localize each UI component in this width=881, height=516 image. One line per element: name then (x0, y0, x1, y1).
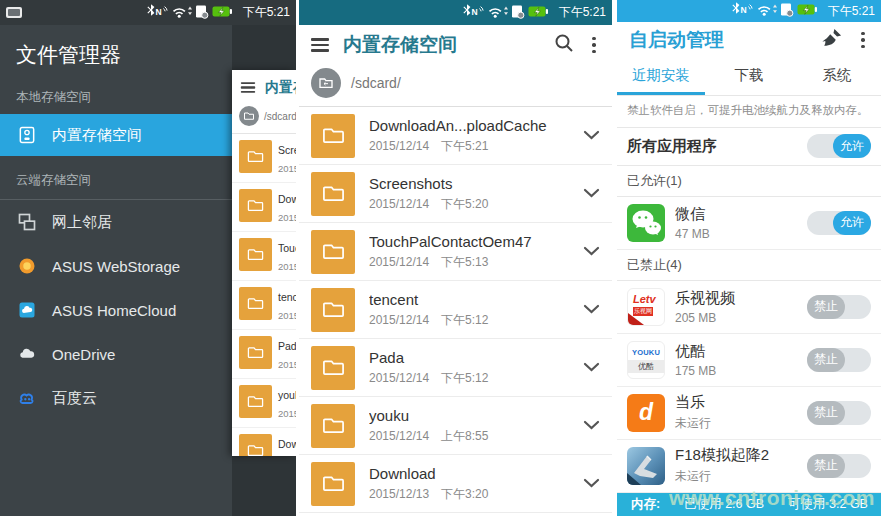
drawer-item-asus-webstorage[interactable]: ASUS WebStorage (0, 244, 232, 288)
nfc-icon: N (740, 5, 746, 15)
asus-webstorage-icon (16, 255, 38, 277)
folder-row[interactable]: DownloadAn...ploadCache 2015/12/14下午5:21 (299, 107, 612, 165)
app-detail: 未运行 (675, 468, 797, 485)
status-time: 下午5:21 (559, 4, 606, 21)
wifi-icon (758, 7, 769, 16)
sdcard-status-icon (512, 5, 524, 18)
app-toggle[interactable]: 禁止 (807, 348, 871, 372)
sdcard-status-icon (196, 5, 208, 18)
breadcrumb: /sdcard/ (299, 65, 612, 107)
tab-bar: 近期安装下载系统 (617, 58, 881, 96)
search-icon[interactable] (554, 33, 574, 57)
cloud-storage-section-label: 云端存储空间 (0, 166, 232, 197)
app-row: Letv乐视网 乐视视频 205 MB 禁止 (617, 281, 881, 334)
folder-icon (239, 189, 272, 222)
folder-name: youku (278, 389, 296, 401)
dangle-icon: d (627, 394, 665, 432)
drawer-item-label: OneDrive (52, 346, 115, 363)
sdcard-status-icon (781, 4, 793, 17)
folder-name: Pada (369, 349, 583, 366)
status-icons: N (459, 3, 555, 23)
app-row: 微信 47 MB 允许 (617, 197, 881, 250)
bluetooth-icon (463, 4, 470, 16)
page-title: 内置存储空间 (343, 32, 540, 58)
menu-icon[interactable] (311, 38, 329, 51)
chevron-down-icon[interactable] (583, 301, 600, 319)
folder-icon (239, 140, 272, 173)
memory-label: 内存: (631, 496, 660, 513)
folder-icon (311, 346, 355, 390)
chevron-down-icon[interactable] (583, 185, 600, 203)
folder-date: 2015/12/14下午5:21 (369, 138, 583, 155)
drawer-item-internal-storage[interactable]: 内置存储空间 (0, 114, 232, 156)
menu-icon[interactable] (241, 83, 255, 94)
folder-icon (311, 404, 355, 448)
overflow-menu-icon[interactable] (857, 30, 869, 51)
tab-下载[interactable]: 下载 (705, 58, 793, 95)
folder-icon (311, 172, 355, 216)
chevron-down-icon[interactable] (583, 359, 600, 377)
traffic-down-icon (188, 12, 192, 15)
folder-date: 2015/12/14下午5:20 (369, 196, 583, 213)
onedrive-icon (17, 344, 37, 364)
traffic-up-icon (188, 6, 192, 9)
wechat-icon (627, 204, 665, 242)
tab-近期安装[interactable]: 近期安装 (617, 58, 705, 95)
drawer-item-label: 百度云 (52, 389, 97, 408)
drawer-item-baidu-cloud[interactable]: 百度云 (0, 376, 232, 420)
peek-folder-row[interactable]: youku 2015/12/14 (232, 379, 296, 428)
peek-folder-row[interactable]: Download 2015/12/14 (232, 183, 296, 232)
screenshot-collage: N 下午5:21 文件管理器 本地存储空间 内置存储空间 云端存储空间 网上邻居… (0, 0, 881, 516)
peek-folder-row[interactable]: Download 2015/12/13 (232, 428, 296, 456)
all-apps-toggle[interactable]: 允许 (807, 134, 871, 158)
drawer-item-network-places[interactable]: 网上邻居 (0, 200, 232, 244)
chevron-down-icon[interactable] (583, 475, 600, 493)
chevron-down-icon[interactable] (583, 127, 600, 145)
folder-row[interactable]: Screenshots 2015/12/14下午5:20 (299, 165, 612, 223)
asus-homecloud-icon (16, 299, 38, 321)
folder-name: tencent (369, 291, 583, 308)
allowed-apps-list: 微信 47 MB 允许 (617, 197, 881, 250)
onedrive-icon (16, 343, 38, 365)
app-toggle[interactable]: 禁止 (807, 454, 871, 478)
peek-folder-row[interactable]: Pada 2015/12/14 (232, 330, 296, 379)
app-name: 乐视视频 (675, 289, 797, 308)
folder-date: 2015/12/14 (278, 261, 296, 272)
folder-row[interactable]: tencent 2015/12/14下午5:12 (299, 281, 612, 339)
app-toggle[interactable]: 允许 (807, 211, 871, 235)
status-icons-svg: N (728, 1, 824, 17)
description-text: 禁止软件自启，可提升电池续航力及释放内存。 (617, 96, 881, 128)
folder-date: 2015/12/13下午3:20 (369, 486, 583, 503)
allowed-section-label: 已允许(1) (617, 166, 881, 197)
status-icons: N (728, 1, 824, 21)
drawer-item-onedrive[interactable]: OneDrive (0, 332, 232, 376)
peek-folder-row[interactable]: TouchPal 2015/12/14 (232, 232, 296, 281)
blocked-apps-list: Letv乐视网 乐视视频 205 MB 禁止 YOUKU优酷 优酷 175 MB… (617, 281, 881, 493)
app-toggle[interactable]: 禁止 (807, 295, 871, 319)
memory-footer: 内存: 已使用 2.6 GB 可使用 3.2 GB (617, 493, 881, 516)
peek-folder-row[interactable]: tencent 2015/12/14 (232, 281, 296, 330)
folder-row[interactable]: Pada 2015/12/14下午5:12 (299, 339, 612, 397)
page-title: 自启动管理 (629, 27, 808, 53)
app-detail: 47 MB (675, 227, 797, 241)
chevron-down-icon[interactable] (583, 243, 600, 261)
nfc-icon: N (155, 7, 161, 17)
overflow-menu-icon[interactable] (588, 35, 600, 56)
folder-name: tencent (278, 291, 296, 303)
battery-icon (797, 5, 817, 15)
file-manager-screenshot: N 下午5:21 文件管理器 本地存储空间 内置存储空间 云端存储空间 网上邻居… (0, 0, 296, 516)
folder-row[interactable]: Download 2015/12/13下午3:20 (299, 455, 612, 513)
chevron-down-icon[interactable] (583, 417, 600, 435)
app-name: 当乐 (675, 393, 797, 412)
memory-available: 可使用 3.2 GB (788, 496, 868, 513)
folder-row[interactable]: TouchPalContactOem47 2015/12/14下午5:13 (299, 223, 612, 281)
folder-icon (239, 434, 272, 456)
drawer-item-asus-homecloud[interactable]: ASUS HomeCloud (0, 288, 232, 332)
folder-row[interactable]: youku 2015/12/14上午8:55 (299, 397, 612, 455)
clean-sweep-icon[interactable] (822, 27, 843, 52)
peek-folder-row[interactable]: Screenshots 2015/12/14 (232, 134, 296, 183)
tab-系统[interactable]: 系统 (793, 58, 881, 95)
app-detail: 175 MB (675, 364, 797, 378)
app-toggle[interactable]: 禁止 (807, 401, 871, 425)
sdcard-icon[interactable] (311, 68, 341, 98)
